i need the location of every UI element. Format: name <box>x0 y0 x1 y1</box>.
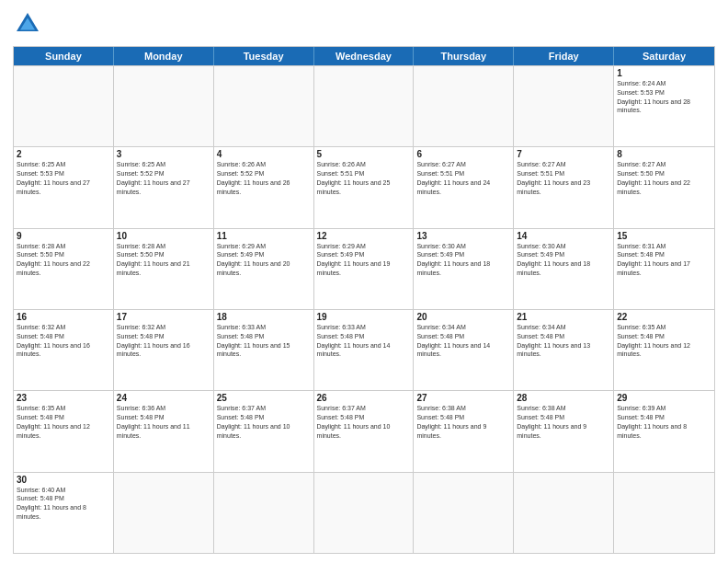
calendar-cell: 27Sunrise: 6:38 AM Sunset: 5:48 PM Dayli… <box>414 391 514 471</box>
calendar: Sunday Monday Tuesday Wednesday Thursday… <box>13 46 715 554</box>
cell-info: Sunrise: 6:35 AM Sunset: 5:48 PM Dayligh… <box>617 323 711 359</box>
calendar-row-1: 2Sunrise: 6:25 AM Sunset: 5:53 PM Daylig… <box>14 146 714 227</box>
calendar-cell: 24Sunrise: 6:36 AM Sunset: 5:48 PM Dayli… <box>114 391 214 471</box>
calendar-cell: 8Sunrise: 6:27 AM Sunset: 5:50 PM Daylig… <box>614 147 714 227</box>
day-number: 10 <box>117 231 210 241</box>
calendar-cell: 4Sunrise: 6:26 AM Sunset: 5:52 PM Daylig… <box>214 147 314 227</box>
calendar-cell: 16Sunrise: 6:32 AM Sunset: 5:48 PM Dayli… <box>14 310 114 390</box>
day-number: 14 <box>517 231 610 241</box>
calendar-cell: 14Sunrise: 6:30 AM Sunset: 5:49 PM Dayli… <box>514 229 614 309</box>
day-number: 9 <box>17 231 110 241</box>
header-sunday: Sunday <box>14 47 114 65</box>
cell-info: Sunrise: 6:40 AM Sunset: 5:48 PM Dayligh… <box>17 486 110 522</box>
calendar-cell: 30Sunrise: 6:40 AM Sunset: 5:48 PM Dayli… <box>14 473 114 553</box>
calendar-cell: 1Sunrise: 6:24 AM Sunset: 5:53 PM Daylig… <box>614 66 714 146</box>
calendar-cell: 5Sunrise: 6:26 AM Sunset: 5:51 PM Daylig… <box>314 147 415 227</box>
calendar-cell: 13Sunrise: 6:30 AM Sunset: 5:49 PM Dayli… <box>414 229 514 309</box>
header-saturday: Saturday <box>614 47 714 65</box>
day-number: 21 <box>517 312 610 322</box>
calendar-header: Sunday Monday Tuesday Wednesday Thursday… <box>14 47 714 65</box>
cell-info: Sunrise: 6:32 AM Sunset: 5:48 PM Dayligh… <box>17 323 110 359</box>
cell-info: Sunrise: 6:27 AM Sunset: 5:51 PM Dayligh… <box>517 160 610 196</box>
day-number: 25 <box>217 393 311 403</box>
header-friday: Friday <box>514 47 614 65</box>
calendar-cell: 12Sunrise: 6:29 AM Sunset: 5:49 PM Dayli… <box>314 229 415 309</box>
calendar-cell: 15Sunrise: 6:31 AM Sunset: 5:48 PM Dayli… <box>614 229 714 309</box>
day-number: 11 <box>217 231 311 241</box>
calendar-cell: 3Sunrise: 6:25 AM Sunset: 5:52 PM Daylig… <box>114 147 214 227</box>
calendar-cell: 2Sunrise: 6:25 AM Sunset: 5:53 PM Daylig… <box>14 147 114 227</box>
day-number: 3 <box>117 149 210 159</box>
cell-info: Sunrise: 6:36 AM Sunset: 5:48 PM Dayligh… <box>117 404 210 440</box>
calendar-cell: 17Sunrise: 6:32 AM Sunset: 5:48 PM Dayli… <box>114 310 214 390</box>
calendar-cell <box>214 66 314 146</box>
day-number: 29 <box>617 393 711 403</box>
calendar-row-4: 23Sunrise: 6:35 AM Sunset: 5:48 PM Dayli… <box>14 390 714 471</box>
cell-info: Sunrise: 6:39 AM Sunset: 5:48 PM Dayligh… <box>617 404 711 440</box>
calendar-cell: 19Sunrise: 6:33 AM Sunset: 5:48 PM Dayli… <box>314 310 415 390</box>
day-number: 12 <box>317 231 411 241</box>
day-number: 4 <box>217 149 311 159</box>
calendar-cell <box>414 473 514 553</box>
cell-info: Sunrise: 6:29 AM Sunset: 5:49 PM Dayligh… <box>317 242 411 278</box>
calendar-cell: 10Sunrise: 6:28 AM Sunset: 5:50 PM Dayli… <box>114 229 214 309</box>
day-number: 28 <box>517 393 610 403</box>
calendar-row-5: 30Sunrise: 6:40 AM Sunset: 5:48 PM Dayli… <box>14 472 714 553</box>
day-number: 5 <box>317 149 411 159</box>
calendar-cell: 7Sunrise: 6:27 AM Sunset: 5:51 PM Daylig… <box>514 147 614 227</box>
calendar-row-0: 1Sunrise: 6:24 AM Sunset: 5:53 PM Daylig… <box>14 65 714 146</box>
header-monday: Monday <box>114 47 214 65</box>
calendar-cell: 18Sunrise: 6:33 AM Sunset: 5:48 PM Dayli… <box>214 310 314 390</box>
calendar-cell: 9Sunrise: 6:28 AM Sunset: 5:50 PM Daylig… <box>14 229 114 309</box>
day-number: 20 <box>416 312 510 322</box>
day-number: 16 <box>17 312 110 322</box>
cell-info: Sunrise: 6:28 AM Sunset: 5:50 PM Dayligh… <box>17 242 110 278</box>
day-number: 30 <box>17 475 110 485</box>
day-number: 23 <box>17 393 110 403</box>
calendar-cell: 11Sunrise: 6:29 AM Sunset: 5:49 PM Dayli… <box>214 229 314 309</box>
cell-info: Sunrise: 6:34 AM Sunset: 5:48 PM Dayligh… <box>416 323 510 359</box>
calendar-cell: 21Sunrise: 6:34 AM Sunset: 5:48 PM Dayli… <box>514 310 614 390</box>
calendar-cell: 23Sunrise: 6:35 AM Sunset: 5:48 PM Dayli… <box>14 391 114 471</box>
calendar-cell: 6Sunrise: 6:27 AM Sunset: 5:51 PM Daylig… <box>414 147 514 227</box>
calendar-cell <box>614 473 714 553</box>
cell-info: Sunrise: 6:37 AM Sunset: 5:48 PM Dayligh… <box>317 404 411 440</box>
day-number: 7 <box>517 149 610 159</box>
cell-info: Sunrise: 6:38 AM Sunset: 5:48 PM Dayligh… <box>517 404 610 440</box>
cell-info: Sunrise: 6:25 AM Sunset: 5:53 PM Dayligh… <box>17 160 110 196</box>
day-number: 26 <box>317 393 411 403</box>
day-number: 27 <box>416 393 510 403</box>
cell-info: Sunrise: 6:26 AM Sunset: 5:52 PM Dayligh… <box>217 160 311 196</box>
cell-info: Sunrise: 6:25 AM Sunset: 5:52 PM Dayligh… <box>117 160 210 196</box>
header-thursday: Thursday <box>414 47 514 65</box>
day-number: 2 <box>17 149 110 159</box>
cell-info: Sunrise: 6:27 AM Sunset: 5:51 PM Dayligh… <box>416 160 510 196</box>
day-number: 22 <box>617 312 711 322</box>
day-number: 24 <box>117 393 210 403</box>
cell-info: Sunrise: 6:28 AM Sunset: 5:50 PM Dayligh… <box>117 242 210 278</box>
cell-info: Sunrise: 6:30 AM Sunset: 5:49 PM Dayligh… <box>517 242 610 278</box>
header-wednesday: Wednesday <box>314 47 415 65</box>
day-number: 1 <box>617 68 711 78</box>
calendar-cell <box>314 66 415 146</box>
day-number: 19 <box>317 312 411 322</box>
calendar-cell: 29Sunrise: 6:39 AM Sunset: 5:48 PM Dayli… <box>614 391 714 471</box>
cell-info: Sunrise: 6:34 AM Sunset: 5:48 PM Dayligh… <box>517 323 610 359</box>
day-number: 13 <box>416 231 510 241</box>
cell-info: Sunrise: 6:31 AM Sunset: 5:48 PM Dayligh… <box>617 242 711 278</box>
calendar-body: 1Sunrise: 6:24 AM Sunset: 5:53 PM Daylig… <box>14 65 714 553</box>
calendar-row-3: 16Sunrise: 6:32 AM Sunset: 5:48 PM Dayli… <box>14 309 714 390</box>
logo-icon <box>13 9 42 39</box>
day-number: 8 <box>617 149 711 159</box>
calendar-row-2: 9Sunrise: 6:28 AM Sunset: 5:50 PM Daylig… <box>14 228 714 309</box>
cell-info: Sunrise: 6:33 AM Sunset: 5:48 PM Dayligh… <box>317 323 411 359</box>
cell-info: Sunrise: 6:27 AM Sunset: 5:50 PM Dayligh… <box>617 160 711 196</box>
page: Sunday Monday Tuesday Wednesday Thursday… <box>0 0 728 563</box>
calendar-cell <box>114 66 214 146</box>
calendar-cell: 20Sunrise: 6:34 AM Sunset: 5:48 PM Dayli… <box>414 310 514 390</box>
cell-info: Sunrise: 6:33 AM Sunset: 5:48 PM Dayligh… <box>217 323 311 359</box>
calendar-cell: 22Sunrise: 6:35 AM Sunset: 5:48 PM Dayli… <box>614 310 714 390</box>
calendar-cell <box>14 66 114 146</box>
calendar-cell <box>314 473 415 553</box>
calendar-cell: 26Sunrise: 6:37 AM Sunset: 5:48 PM Dayli… <box>314 391 415 471</box>
